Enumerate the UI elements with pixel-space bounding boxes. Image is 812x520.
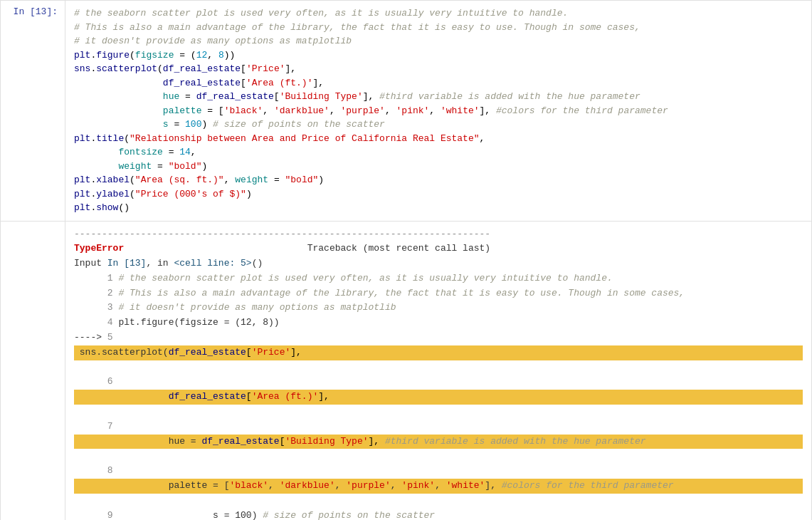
output-content: ----------------------------------------… <box>65 222 811 521</box>
input-cell-13[interactable]: In [13]: # the seaborn scatter plot is u… <box>0 0 812 222</box>
output-label <box>1 222 65 521</box>
cell-label-13: In [13]: <box>1 1 65 221</box>
output-cell-13: ----------------------------------------… <box>0 222 812 521</box>
cell-code-content[interactable]: # the seaborn scatter plot is used very … <box>65 1 811 221</box>
notebook: In [13]: # the seaborn scatter plot is u… <box>0 0 812 520</box>
code-block: # the seaborn scatter plot is used very … <box>74 6 803 215</box>
error-traceback: ----------------------------------------… <box>74 227 803 521</box>
